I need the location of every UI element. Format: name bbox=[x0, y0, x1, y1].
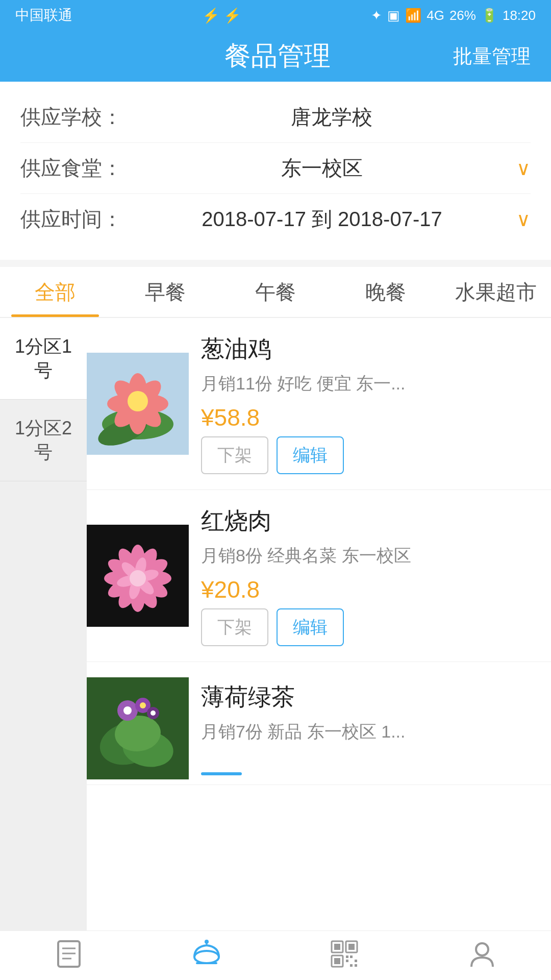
canteen-row[interactable]: 供应食堂： 东一校区 ∨ bbox=[20, 143, 531, 194]
nav-order[interactable]: 订单管理 bbox=[0, 939, 138, 981]
product-item: 红烧肉 月销8份 经典名菜 东一校区 ¥20.8 下架 编辑 bbox=[87, 490, 551, 662]
status-bar: 中国联通 ⚡ ⚡ ✦ ▣ 📶 4G 26% 🔋 18:20 bbox=[0, 0, 551, 31]
svg-point-42 bbox=[151, 710, 156, 716]
svg-point-32 bbox=[130, 570, 146, 586]
svg-point-40 bbox=[123, 706, 132, 715]
category-1[interactable]: 1分区1号 bbox=[0, 318, 87, 400]
svg-point-47 bbox=[194, 951, 219, 963]
xiajia-button-0[interactable]: 下架 bbox=[201, 436, 268, 474]
side-categories: 1分区1号 1分区2号 bbox=[0, 318, 87, 930]
header: 餐品管理 批量管理 bbox=[0, 31, 551, 82]
svg-rect-55 bbox=[348, 944, 355, 950]
wifi-icon: 📶 bbox=[405, 8, 421, 23]
canteen-dropdown-icon: ∨ bbox=[516, 157, 531, 180]
product-image-0 bbox=[87, 353, 189, 455]
svg-rect-56 bbox=[334, 958, 340, 964]
product-item: 葱油鸡 月销11份 好吃 便宜 东一... ¥58.8 下架 编辑 bbox=[87, 318, 551, 490]
tab-dinner[interactable]: 晚餐 bbox=[331, 267, 441, 317]
nav-scan[interactable]: 扫码结算 bbox=[276, 939, 413, 981]
bluetooth-icon: ✦ bbox=[371, 8, 382, 23]
food-icon bbox=[192, 939, 221, 973]
product-tags-2: 月销7份 新品 东一校区 1... bbox=[201, 720, 536, 744]
svg-rect-62 bbox=[350, 964, 353, 967]
product-actions-0: 下架 编辑 bbox=[201, 436, 536, 474]
scan-icon bbox=[330, 939, 359, 973]
time-row[interactable]: 供应时间： 2018-07-17 到 2018-07-17 ∨ bbox=[20, 194, 531, 244]
carrier-text: 中国联通 bbox=[15, 6, 72, 25]
product-price-0: ¥58.8 bbox=[201, 404, 536, 431]
info-section: 供应学校： 唐龙学校 供应食堂： 东一校区 ∨ 供应时间： 2018-07-17… bbox=[0, 82, 551, 260]
time-label: 供应时间： bbox=[20, 205, 133, 233]
product-info-2: 薄荷绿茶 月销7份 新品 东一校区 1... bbox=[201, 681, 536, 775]
battery-text: 26% bbox=[449, 8, 476, 23]
school-value: 唐龙学校 bbox=[133, 103, 531, 131]
product-tags-0: 月销11份 好吃 便宜 东一... bbox=[201, 372, 536, 396]
main-content: 1分区1号 1分区2号 bbox=[0, 318, 551, 930]
svg-rect-60 bbox=[355, 960, 357, 962]
edit-button-0[interactable]: 编辑 bbox=[277, 436, 344, 474]
edit-button-1[interactable]: 编辑 bbox=[277, 608, 344, 646]
canteen-label: 供应食堂： bbox=[20, 154, 133, 182]
time-dropdown-icon: ∨ bbox=[516, 208, 531, 231]
bottom-nav: 订单管理 餐品管理 bbox=[0, 930, 551, 980]
status-right: ✦ ▣ 📶 4G 26% 🔋 18:20 bbox=[371, 8, 536, 23]
time-text: 18:20 bbox=[503, 8, 536, 23]
battery-icon: 🔋 bbox=[481, 8, 497, 23]
product-name-0: 葱油鸡 bbox=[201, 333, 536, 365]
product-item: 薄荷绿茶 月销7份 新品 东一校区 1... bbox=[87, 662, 551, 785]
svg-rect-59 bbox=[346, 960, 348, 962]
product-price-1: ¥20.8 bbox=[201, 576, 536, 603]
nav-order-label: 订单管理 bbox=[38, 978, 99, 981]
xiajia-button-1[interactable]: 下架 bbox=[201, 608, 268, 646]
tab-breakfast[interactable]: 早餐 bbox=[110, 267, 220, 317]
category-2[interactable]: 1分区2号 bbox=[0, 400, 87, 481]
admin-icon bbox=[467, 939, 497, 973]
svg-point-49 bbox=[205, 940, 209, 944]
usb-icon: ⚡ ⚡ bbox=[202, 7, 242, 24]
svg-rect-58 bbox=[350, 955, 353, 958]
batch-manage-button[interactable]: 批量管理 bbox=[453, 43, 531, 69]
nav-food[interactable]: 餐品管理 bbox=[138, 939, 276, 981]
tab-bar: 全部 早餐 午餐 晚餐 水果超市 bbox=[0, 267, 551, 318]
svg-point-63 bbox=[476, 943, 488, 955]
product-image-1 bbox=[87, 525, 189, 627]
product-name-1: 红烧肉 bbox=[201, 505, 536, 537]
svg-point-41 bbox=[140, 702, 146, 708]
school-row: 供应学校： 唐龙学校 bbox=[20, 92, 531, 143]
order-icon bbox=[54, 939, 84, 973]
product-tags-1: 月销8份 经典名菜 东一校区 bbox=[201, 544, 536, 568]
signal-icon: ▣ bbox=[387, 8, 400, 23]
canteen-value: 东一校区 bbox=[133, 154, 511, 182]
product-info-1: 红烧肉 月销8份 经典名菜 东一校区 ¥20.8 下架 编辑 bbox=[201, 505, 536, 646]
tab-lunch[interactable]: 午餐 bbox=[220, 267, 331, 317]
page-title: 餐品管理 bbox=[102, 38, 453, 74]
tab-all[interactable]: 全部 bbox=[0, 267, 110, 317]
tab-fruit[interactable]: 水果超市 bbox=[441, 267, 551, 317]
nav-food-label: 餐品管理 bbox=[176, 978, 237, 981]
network-icon: 4G bbox=[427, 8, 444, 23]
svg-rect-61 bbox=[355, 964, 357, 967]
product-actions-1: 下架 编辑 bbox=[201, 608, 536, 646]
product-image-2 bbox=[87, 677, 189, 779]
svg-point-12 bbox=[128, 391, 148, 411]
svg-rect-54 bbox=[334, 944, 340, 950]
product-name-2: 薄荷绿茶 bbox=[201, 681, 536, 713]
nav-admin[interactable]: 管理中心 bbox=[413, 939, 551, 981]
nav-scan-label: 扫码结算 bbox=[314, 978, 375, 981]
svg-rect-57 bbox=[346, 955, 348, 958]
product-info-0: 葱油鸡 月销11份 好吃 便宜 东一... ¥58.8 下架 编辑 bbox=[201, 333, 536, 474]
time-value: 2018-07-17 到 2018-07-17 bbox=[133, 205, 511, 233]
nav-admin-label: 管理中心 bbox=[452, 978, 513, 981]
school-label: 供应学校： bbox=[20, 103, 133, 131]
product-list: 葱油鸡 月销11份 好吃 便宜 东一... ¥58.8 下架 编辑 bbox=[87, 318, 551, 930]
